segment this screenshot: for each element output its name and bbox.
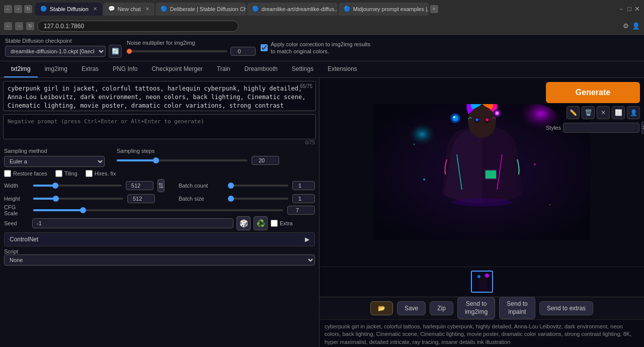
new-tab-button[interactable]: +	[430, 5, 438, 13]
thumbnail-strip	[319, 267, 644, 297]
tiling-checkbox[interactable]	[55, 170, 62, 177]
tab-label: Stable Diffusion	[50, 6, 89, 12]
steps-slider[interactable]	[117, 159, 248, 161]
address-bar[interactable]: 127.0.0.1:7860	[37, 21, 238, 32]
tab-checkpoint-merger[interactable]: Checkpoint Merger	[144, 61, 209, 77]
thumbnail-image[interactable]	[471, 271, 493, 293]
action-bar: 📂 Save Zip Send to img2img Send to inpai…	[319, 297, 644, 319]
browser-chrome: ← → ↻ 🔵 Stable Diffusion ✕ 💬 New chat ✕ …	[0, 0, 644, 18]
seed-random-button[interactable]: 🎲	[236, 216, 251, 230]
swap-dimensions-button[interactable]: ⇅	[157, 179, 165, 192]
styles-input[interactable]	[563, 123, 639, 133]
positive-prompt-input[interactable]: cyberpunk girl in jacket, colorful tatto…	[4, 81, 315, 109]
trash-tool-button[interactable]: 🗑️	[582, 106, 595, 119]
nav-back[interactable]: ←	[4, 22, 12, 30]
extra-seed-checkbox[interactable]	[271, 220, 278, 227]
cfg-input[interactable]	[287, 206, 315, 215]
nav-forward[interactable]: →	[15, 22, 23, 30]
negative-prompt-input[interactable]	[3, 114, 316, 139]
sampling-method-select[interactable]: Euler a	[4, 156, 105, 167]
batch-count-label: Batch count	[179, 183, 224, 189]
svg-point-23	[485, 274, 489, 278]
folder-button[interactable]: 📂	[370, 301, 393, 315]
send-extras-button[interactable]: Send to extras	[539, 301, 593, 315]
tiling-label: Tiling	[64, 170, 77, 177]
tab-png-info[interactable]: PNG Info	[106, 61, 144, 77]
browser-icons: － □ ✕	[618, 5, 640, 14]
edit-tool-button[interactable]: ✏️	[567, 106, 580, 119]
svg-point-9	[486, 118, 489, 121]
height-slider[interactable]	[33, 198, 123, 200]
color-correction-checkbox[interactable]	[261, 44, 268, 51]
checkpoint-refresh-button[interactable]: 🔄	[109, 45, 122, 58]
send-img2img-button[interactable]: Send to img2img	[457, 297, 495, 319]
x-tool-button[interactable]: ✕	[597, 106, 610, 119]
noise-input[interactable]	[230, 47, 256, 56]
tab-close[interactable]: ✕	[93, 6, 97, 12]
steps-input[interactable]	[252, 156, 279, 165]
forward-button[interactable]: →	[14, 5, 22, 13]
width-input[interactable]	[126, 181, 153, 190]
controlnet-label: ControlNet	[10, 236, 38, 243]
zip-button[interactable]: Zip	[430, 301, 453, 315]
send-inpaint-label: Send to inpaint	[507, 300, 527, 316]
user-tool-button[interactable]: 👤	[627, 106, 640, 119]
tab-close[interactable]: ✕	[145, 6, 149, 12]
tab-extras[interactable]: Extras	[74, 61, 106, 77]
batch-count-input[interactable]	[292, 181, 315, 190]
back-button[interactable]: ←	[4, 5, 12, 13]
svg-point-16	[452, 198, 512, 206]
height-label: Height	[4, 196, 29, 202]
batch-count-slider[interactable]	[228, 185, 288, 187]
seed-recycle-button[interactable]: ♻️	[254, 216, 268, 230]
tab-deliberate[interactable]: 🔵 Deliberate | Stable Diffusion Ch... ✕	[155, 3, 246, 16]
noise-section: Noise multiplier for img2img	[127, 40, 256, 56]
tab-stable-diffusion[interactable]: 🔵 Stable Diffusion ✕	[35, 3, 102, 16]
hires-fix-checkbox[interactable]	[86, 170, 93, 177]
cfg-slider[interactable]	[33, 209, 283, 211]
maximize-button[interactable]: □	[627, 5, 631, 13]
nav-refresh[interactable]: ↻	[26, 22, 34, 30]
tab-favicon: 🔵	[40, 6, 47, 12]
styles-label: Styles	[546, 125, 561, 131]
tiling-item: Tiling	[55, 170, 77, 177]
restore-faces-checkbox[interactable]	[4, 170, 11, 177]
minimize-button[interactable]: －	[618, 5, 624, 14]
steps-control	[117, 156, 279, 165]
styles-row: Styles ✕ 🎨	[546, 121, 640, 134]
height-input[interactable]	[127, 194, 155, 203]
generate-button[interactable]: Generate	[546, 82, 640, 103]
seed-input[interactable]	[32, 218, 233, 228]
square-tool-button[interactable]: ⬜	[612, 106, 625, 119]
controlnet-section[interactable]: ControlNet ▶	[4, 232, 315, 246]
tab-new-chat[interactable]: 💬 New chat ✕	[103, 3, 154, 16]
tab-txt2img[interactable]: txt2img	[4, 61, 38, 77]
thumbnail-preview	[472, 272, 492, 292]
svg-point-18	[534, 163, 536, 165]
tab-dreambooth[interactable]: Dreambooth	[237, 61, 285, 77]
tab-midjourney[interactable]: 🔵 Midjourney prompt examples |... ✕	[339, 3, 429, 16]
extra-seed-label: Extra	[280, 220, 293, 226]
batch-size-slider[interactable]	[228, 198, 288, 200]
width-slider[interactable]	[33, 185, 122, 187]
profile-icon[interactable]: 👤	[632, 22, 640, 30]
batch-size-input[interactable]	[292, 194, 315, 203]
address-row: ← → ↻ 127.0.0.1:7860 ⚙ 👤	[0, 18, 644, 35]
extensions-icon[interactable]: ⚙	[623, 22, 629, 30]
refresh-button[interactable]: ↻	[24, 5, 32, 13]
save-button[interactable]: Save	[397, 301, 426, 315]
script-select[interactable]: None	[4, 254, 315, 266]
styles-clear-button[interactable]: ✕	[641, 121, 644, 134]
send-inpaint-button[interactable]: Send to inpaint	[499, 297, 535, 319]
tab-train[interactable]: Train	[210, 61, 237, 77]
tab-dreamlike[interactable]: 🔵 dreamlike-art/dreamlike-diffus... ✕	[247, 3, 338, 16]
svg-rect-4	[486, 170, 496, 179]
noise-slider[interactable]	[127, 50, 227, 52]
tab-extensions[interactable]: Extensions	[320, 61, 364, 77]
noise-label: Noise multiplier for img2img	[127, 40, 256, 46]
tab-settings[interactable]: Settings	[285, 61, 320, 77]
close-window-button[interactable]: ✕	[634, 5, 640, 13]
tab-img2img[interactable]: img2img	[38, 61, 74, 77]
script-label: Script	[4, 248, 315, 254]
checkpoint-select[interactable]: dreamlike-diffusion-1.0.ckpt [0aecbcfa2c…	[5, 46, 106, 57]
